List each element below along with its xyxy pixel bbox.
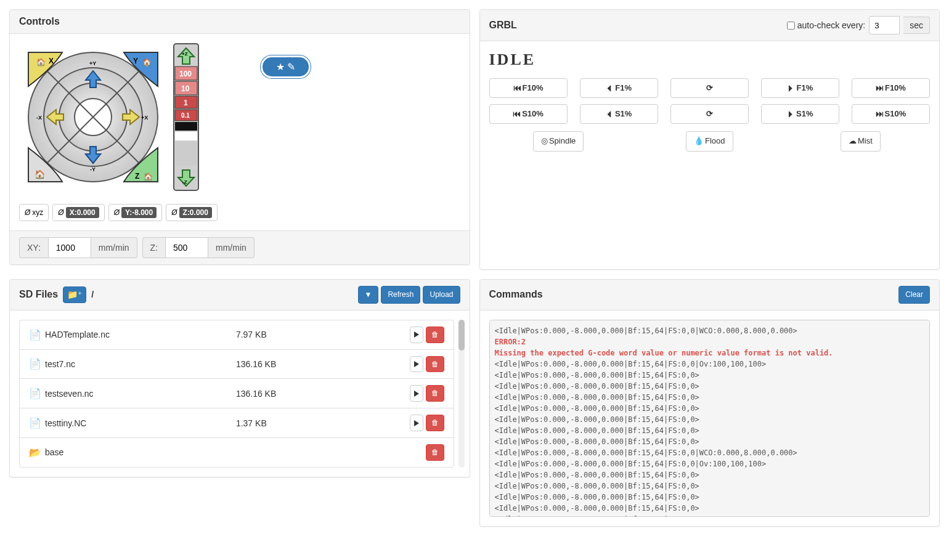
spindle-plus-1-button[interactable]: ⏵ S1%: [761, 104, 839, 124]
sd-file-name: HADTemplate.nc: [45, 330, 110, 339]
cloud-icon: ☁: [849, 136, 857, 147]
play-icon: [414, 420, 419, 426]
sd-play-button[interactable]: [410, 415, 423, 431]
folder-plus-icon: 📁⁺: [67, 289, 82, 301]
sd-file-name: test7.nc: [45, 359, 75, 369]
zero-x-button[interactable]: ØX:0.000: [52, 204, 104, 221]
xy-feed-input[interactable]: [48, 237, 91, 258]
step-forward-icon: ⏵: [787, 108, 795, 120]
fast-backward-icon: ⏮: [513, 83, 521, 94]
fast-forward-icon: ⏭: [876, 108, 884, 120]
sd-list-item[interactable]: 📄HADTemplate.nc7.97 KB🗑: [20, 320, 454, 350]
zero-z-button[interactable]: ØZ:0.000: [166, 204, 218, 221]
sd-filter-button[interactable]: ▼: [358, 286, 379, 304]
grbl-status: Idle: [489, 51, 931, 69]
refresh-icon: ⟳: [706, 83, 713, 94]
spindle-minus-10-button[interactable]: ⏮S10%: [489, 104, 568, 124]
controls-panel: Controls: [9, 9, 470, 265]
xy-feed-label: XY:: [19, 237, 48, 258]
svg-text:1: 1: [184, 99, 188, 107]
sd-delete-button[interactable]: 🗑: [426, 356, 444, 373]
jog-pad[interactable]: 🏠X Y🏠 🏠 Z🏠 +Y -Y -X +X: [19, 43, 167, 191]
macro-edit-button[interactable]: ★✎: [261, 55, 311, 78]
filter-icon: ▼: [365, 290, 372, 300]
controls-title: Controls: [19, 16, 60, 27]
z-feed-input[interactable]: [165, 237, 208, 258]
svg-text:🏠: 🏠: [35, 169, 46, 180]
svg-text:Y: Y: [133, 57, 138, 65]
sd-title: SD Files: [19, 289, 58, 300]
svg-text:-Z: -Z: [182, 179, 187, 185]
sd-file-list: 📄HADTemplate.nc7.97 KB🗑📄test7.nc136.16 K…: [19, 320, 454, 468]
pencil-icon: ✎: [287, 61, 295, 73]
sd-play-button[interactable]: [410, 356, 423, 373]
svg-text:+X: +X: [141, 115, 148, 121]
sd-file-size: 136.16 KB: [236, 359, 404, 369]
trash-icon: 🗑: [431, 388, 439, 399]
sd-delete-button[interactable]: 🗑: [426, 444, 444, 461]
feed-minus-1-button[interactable]: ⏴ F1%: [580, 78, 658, 98]
star-icon: ★: [276, 61, 285, 73]
trash-icon: 🗑: [431, 418, 439, 428]
sd-upload-button[interactable]: Upload: [423, 286, 460, 304]
svg-rect-27: [175, 132, 197, 140]
play-icon: [414, 361, 419, 367]
fast-backward-icon: ⏮: [513, 108, 521, 120]
refresh-icon: ⟳: [706, 108, 713, 120]
feed-minus-10-button[interactable]: ⏮F10%: [489, 78, 568, 98]
spindle-reset-button[interactable]: ⟳: [670, 104, 749, 124]
commands-panel: Commands Clear <Idle|WPos:0.000,-8.000,0…: [479, 279, 940, 527]
file-icon: 📄: [29, 417, 41, 429]
zero-xyz-button[interactable]: Øxyz: [19, 204, 49, 221]
play-icon: [414, 331, 419, 338]
svg-text:+Z: +Z: [182, 51, 188, 57]
sd-delete-button[interactable]: 🗑: [426, 327, 444, 343]
svg-text:10: 10: [181, 84, 190, 93]
sd-file-size: 1.37 KB: [236, 418, 404, 428]
svg-text:0.1: 0.1: [181, 112, 190, 119]
commands-clear-button[interactable]: Clear: [898, 286, 930, 304]
feed-reset-button[interactable]: ⟳: [670, 78, 749, 98]
target-icon: ◎: [541, 136, 548, 147]
mist-toggle-button[interactable]: ☁Mist: [841, 131, 881, 151]
svg-text:Z: Z: [135, 172, 139, 181]
auto-check-label[interactable]: auto-check every:: [787, 20, 866, 30]
sd-delete-button[interactable]: 🗑: [426, 415, 444, 431]
step-backward-icon: ⏴: [606, 108, 614, 120]
sd-file-name: testtiny.NC: [45, 418, 86, 428]
svg-rect-26: [175, 122, 197, 131]
file-icon: 📄: [29, 388, 41, 399]
svg-text:🏠: 🏠: [144, 172, 153, 181]
sd-play-button[interactable]: [410, 327, 423, 343]
feed-plus-10-button[interactable]: ⏭F10%: [852, 78, 930, 98]
commands-output[interactable]: <Idle|WPos:0.000,-8.000,0.000|Bf:15,64|F…: [489, 320, 931, 517]
trash-icon: 🗑: [431, 447, 439, 458]
step-backward-icon: ⏴: [606, 83, 614, 94]
sd-list-item[interactable]: 📄test7.nc136.16 KB🗑: [20, 350, 454, 379]
spindle-plus-10-button[interactable]: ⏭S10%: [852, 104, 930, 124]
auto-check-interval-input[interactable]: [869, 16, 900, 34]
sd-new-folder-button[interactable]: 📁⁺: [63, 286, 86, 304]
scrollbar[interactable]: [458, 320, 465, 468]
sd-list-item[interactable]: 📂base🗑: [20, 438, 454, 467]
auto-check-checkbox[interactable]: [787, 22, 795, 30]
sd-list-item[interactable]: 📄testtiny.NC1.37 KB🗑: [20, 408, 454, 438]
zero-y-button[interactable]: ØY:-8.000: [108, 204, 162, 221]
feed-plus-1-button[interactable]: ⏵ F1%: [761, 78, 839, 98]
sd-play-button[interactable]: [410, 385, 423, 402]
svg-text:🏠: 🏠: [142, 57, 152, 67]
flood-toggle-button[interactable]: 💧Flood: [686, 131, 733, 151]
z-feed-label: Z:: [142, 237, 165, 258]
sd-file-name: testseven.nc: [45, 389, 94, 399]
svg-text:X: X: [49, 57, 54, 65]
folder-icon: 📂: [29, 447, 41, 458]
spindle-minus-1-button[interactable]: ⏴ S1%: [580, 104, 658, 124]
play-icon: [414, 391, 419, 397]
sd-refresh-button[interactable]: Refresh: [381, 286, 420, 304]
spindle-toggle-button[interactable]: ◎Spindle: [533, 131, 584, 151]
svg-text:+Y: +Y: [89, 60, 96, 67]
sd-list-item[interactable]: 📄testseven.nc136.16 KB🗑: [20, 379, 454, 408]
sd-delete-button[interactable]: 🗑: [426, 385, 444, 402]
svg-text:100: 100: [179, 70, 192, 78]
sd-panel: SD Files 📁⁺ / ▼ Refresh Upload 📄HADTempl…: [9, 279, 470, 477]
